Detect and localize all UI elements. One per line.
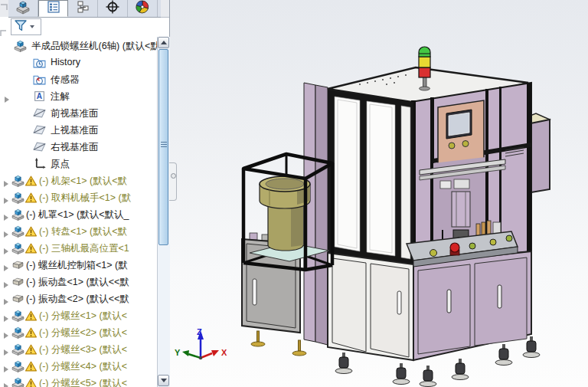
expand-arrow-icon[interactable] [3,244,9,257]
panel-splitter-handle[interactable] [169,162,177,201]
tree-item-2[interactable]: 传感器 [0,71,157,88]
emergency-stop-button [450,243,459,252]
assembly-icon [14,39,27,54]
tree-item-20[interactable]: (-) 分螺丝<5> (默认< [0,375,157,387]
tree-item-11[interactable]: (-) 转盘<1> (默认<默 [0,223,157,240]
caret-down-icon[interactable] [30,25,34,28]
model-glass-doors [328,90,413,264]
tree-item-3[interactable]: A注解 [0,88,157,105]
scrollbar-thumb[interactable] [158,49,168,245]
panel-button [449,143,455,149]
tree-item-label: (-) 机罩<1> (默认<默认_ [26,208,129,221]
expand-arrow-icon[interactable] [3,295,9,307]
warning-icon [25,327,37,341]
tree-item-15[interactable]: (-) 振动盘<2> (默认<<默 [0,290,157,307]
orientation-triad: Z X Y [175,327,227,359]
expand-arrow-icon[interactable] [3,211,9,223]
assembly-icon [11,191,24,206]
annotation-icon: A [33,90,46,105]
property-manager-icon [46,0,61,18]
tree-item-label: (-) 振动盘<1> (默认<<默 [26,276,129,289]
sensor-folder-icon [33,73,46,88]
plane-icon [33,140,46,156]
tree-item-12[interactable]: (-) 三轴机最高位置<1 [0,240,157,257]
tab-configurations[interactable] [68,0,98,17]
warning-icon [25,192,37,206]
tree-item-label: (-) 分螺丝<5> (默认< [39,377,127,387]
tree-item-0[interactable]: 半成品锁螺丝机(6轴) (默认<默 [0,38,157,54]
tree-item-13[interactable]: (-) 螺丝机控制箱<1> (默 [0,257,157,274]
tree-item-label: 上视基准面 [51,124,99,137]
expand-arrow-icon[interactable] [3,362,9,375]
window-corner-marks [0,0,11,46]
tree-item-8[interactable]: (-) 机架<1> (默认<默 [0,172,157,189]
tree-item-14[interactable]: (-) 振动盘<1> (默认<<默 [0,274,157,290]
scrollbar-grip [161,142,167,149]
filter-funnel-icon[interactable] [14,18,28,35]
expand-arrow-icon[interactable] [3,228,9,240]
tree-item-label: (-) 分螺丝<4> (默认< [39,360,127,373]
featuremanager-tree-icon [15,0,31,18]
tree-item-10[interactable]: (-) 机罩<1> (默认<默认_ [0,206,157,223]
tab-dimxpert[interactable] [98,0,128,17]
display-colorwheel-icon [135,0,150,18]
expand-arrow-icon[interactable] [3,379,9,387]
tree-scrollbar[interactable] [157,37,170,387]
tree-item-16[interactable]: (-) 分螺丝<1> (默认< [0,307,157,324]
expand-arrow-icon[interactable] [3,278,9,290]
expand-arrow-icon[interactable] [4,93,10,105]
configuration-manager-icon [75,0,90,18]
warning-icon [25,361,37,375]
tree-item-label: History [51,57,80,67]
assembly-icon [11,309,24,324]
panel-button [462,141,469,147]
model-control-screen-panel [438,100,484,166]
model-base-cabinet [328,251,531,360]
assembly-icon [11,225,24,240]
warning-icon [25,378,37,387]
expand-arrow-icon[interactable] [3,194,9,206]
scroll-up-button[interactable] [158,37,169,48]
tree-item-label: 右视基准面 [51,141,99,154]
expand-arrow-icon[interactable] [3,329,9,341]
part-icon [11,258,24,274]
console-button [469,243,475,249]
tab-properties[interactable] [38,0,68,17]
tree-item-6[interactable]: 右视基准面 [0,139,157,156]
tree-filter-box[interactable] [11,18,41,35]
expand-arrow-icon[interactable] [3,261,9,274]
tab-display[interactable] [128,0,158,17]
expand-arrow-icon[interactable] [3,177,9,189]
tree-item-4[interactable]: 前视基准面 [0,105,157,122]
tab-features[interactable] [8,0,38,17]
assembly-icon [11,359,24,375]
tree-item-label: (-) 分螺丝<1> (默认< [39,310,127,323]
warning-icon [25,175,37,189]
assembly-icon [11,343,24,358]
part-icon [11,275,24,290]
expand-arrow-icon[interactable] [3,312,9,324]
tree-item-18[interactable]: (-) 分螺丝<3> (默认< [0,341,157,358]
svg-text:A: A [37,92,43,100]
part-icon [11,292,24,307]
tree-item-5[interactable]: 上视基准面 [0,122,157,139]
tabbar-right-sliver [161,0,169,18]
tree-item-label: 半成品锁螺丝机(6轴) (默认<默 [31,40,157,53]
expand-arrow-icon[interactable] [3,346,9,358]
scroll-down-icon [161,379,167,382]
console-button [506,235,512,241]
tree-item-7[interactable]: 原点 [0,156,157,172]
splitter-dot-icon [171,173,176,179]
scroll-down-button[interactable] [158,375,169,386]
tree-item-17[interactable]: (-) 分螺丝<2> (默认< [0,324,157,341]
tree-item-label: (-) 螺丝机控制箱<1> (默 [26,259,128,272]
assembly-icon [11,208,24,223]
tree-item-19[interactable]: (-) 分螺丝<4> (默认< [0,358,157,375]
tree-item-label: (-) 分螺丝<3> (默认< [39,343,127,356]
triad-z-label: Z [197,327,202,336]
feature-manager-tab-bar [8,0,161,18]
assembly-icon [11,241,24,257]
tree-item-1[interactable]: History [0,54,157,71]
tree-item-9[interactable]: (-) 取料机械手<1> (默 [0,189,157,206]
tree-item-label: (-) 转盘<1> (默认<默 [39,225,127,238]
